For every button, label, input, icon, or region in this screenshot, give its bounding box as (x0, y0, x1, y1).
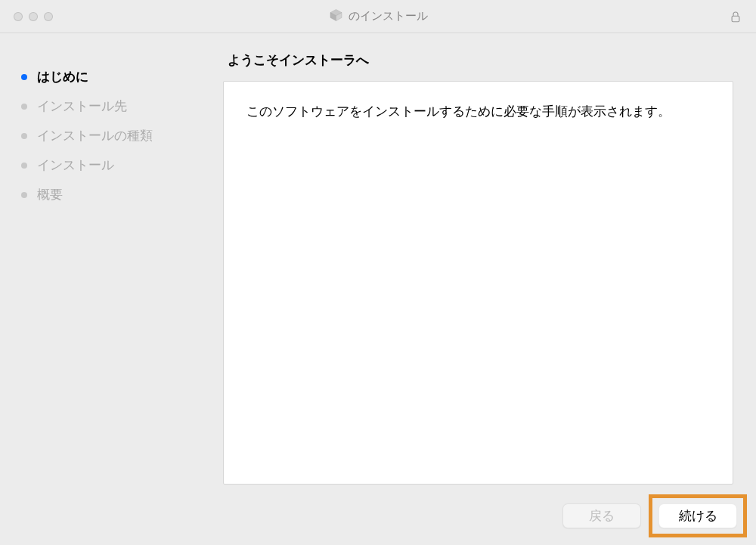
svg-rect-0 (732, 16, 739, 22)
back-button: 戻る (562, 503, 641, 528)
step-label: 概要 (37, 186, 63, 203)
zoom-window-button[interactable] (44, 12, 53, 21)
content-area: はじめに インストール先 インストールの種類 インストール 概要 (0, 33, 756, 486)
step-bullet-icon (21, 74, 27, 80)
lock-icon[interactable] (729, 10, 742, 23)
continue-button-label: 続ける (679, 507, 717, 525)
window-title: のインストール (349, 9, 428, 23)
body-panel: このソフトウェアをインストールするために必要な手順が表示されます。 (223, 81, 733, 485)
title-area: のインストール (329, 8, 428, 25)
step-destination: インストール先 (21, 98, 206, 115)
footer: 戻る 続ける (0, 486, 756, 545)
step-bullet-icon (21, 133, 27, 139)
package-icon (329, 8, 344, 25)
continue-button[interactable]: 続ける (658, 503, 737, 528)
body-text: このソフトウェアをインストールするために必要な手順が表示されます。 (246, 104, 671, 119)
back-button-label: 戻る (589, 507, 615, 525)
step-introduction: はじめに (21, 68, 206, 85)
step-summary: 概要 (21, 186, 206, 203)
page-heading: ようこそインストーラへ (228, 51, 733, 69)
installer-window: のインストール はじめに インストール先 インスト (0, 0, 756, 545)
minimize-window-button[interactable] (29, 12, 38, 21)
main-pane: ようこそインストーラへ このソフトウェアをインストールするために必要な手順が表示… (223, 33, 756, 486)
step-label: はじめに (37, 68, 88, 85)
step-label: インストールの種類 (37, 127, 153, 144)
step-sidebar: はじめに インストール先 インストールの種類 インストール 概要 (0, 33, 223, 486)
step-label: インストール (37, 156, 114, 174)
close-window-button[interactable] (14, 12, 23, 21)
titlebar: のインストール (0, 0, 756, 33)
step-installation: インストール (21, 156, 206, 174)
step-installation-type: インストールの種類 (21, 127, 206, 144)
step-list: はじめに インストール先 インストールの種類 インストール 概要 (21, 68, 206, 203)
step-bullet-icon (21, 163, 27, 169)
step-label: インストール先 (37, 98, 127, 115)
step-bullet-icon (21, 192, 27, 198)
continue-button-highlight: 続ける (649, 494, 747, 537)
window-controls (14, 12, 53, 21)
step-bullet-icon (21, 104, 27, 110)
